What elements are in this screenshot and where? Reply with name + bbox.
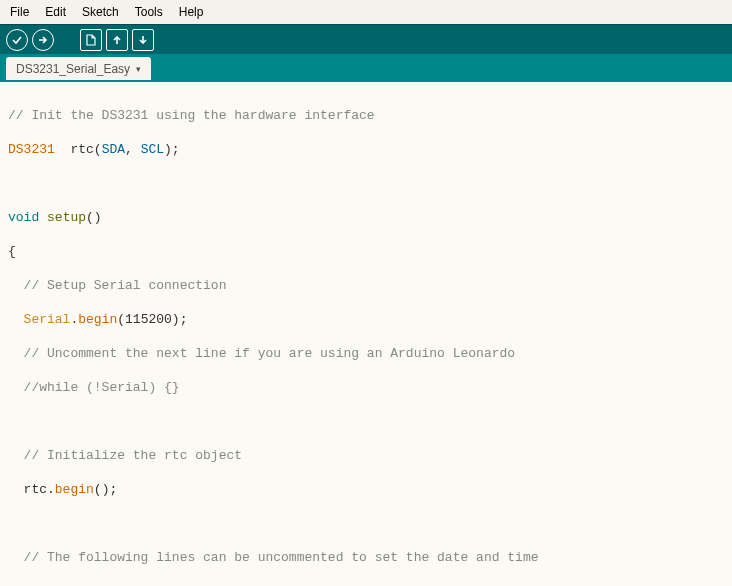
menu-file[interactable]: File (4, 3, 35, 21)
menubar: File Edit Sketch Tools Help (0, 0, 732, 24)
code-line (8, 413, 724, 430)
check-icon (11, 34, 23, 46)
new-button[interactable] (80, 29, 102, 51)
code-line: // Init the DS3231 using the hardware in… (8, 107, 724, 124)
code-line: // Setup Serial connection (8, 277, 724, 294)
code-line: void setup() (8, 209, 724, 226)
tab-active[interactable]: DS3231_Serial_Easy ▾ (6, 57, 151, 80)
tab-label: DS3231_Serial_Easy (16, 62, 130, 76)
code-line: // Initialize the rtc object (8, 447, 724, 464)
file-icon (86, 34, 96, 46)
code-line: DS3231 rtc(SDA, SCL); (8, 141, 724, 158)
code-line: rtc.begin(); (8, 481, 724, 498)
toolbar (0, 24, 732, 54)
code-line (8, 515, 724, 532)
code-line: Serial.begin(115200); (8, 311, 724, 328)
menu-sketch[interactable]: Sketch (76, 3, 125, 21)
code-editor[interactable]: // Init the DS3231 using the hardware in… (0, 82, 732, 586)
arrow-right-icon (37, 34, 49, 46)
code-line (8, 175, 724, 192)
upload-button[interactable] (32, 29, 54, 51)
code-line: //while (!Serial) {} (8, 379, 724, 396)
code-line: { (8, 243, 724, 260)
arrow-up-icon (111, 34, 123, 46)
code-line: // Uncomment the next line if you are us… (8, 345, 724, 362)
arrow-down-icon (137, 34, 149, 46)
tab-strip: DS3231_Serial_Easy ▾ (0, 54, 732, 80)
menu-edit[interactable]: Edit (39, 3, 72, 21)
menu-tools[interactable]: Tools (129, 3, 169, 21)
code-line: // The following lines can be uncommente… (8, 549, 724, 566)
menu-help[interactable]: Help (173, 3, 210, 21)
tab-dropdown-icon[interactable]: ▾ (136, 64, 141, 74)
open-button[interactable] (106, 29, 128, 51)
verify-button[interactable] (6, 29, 28, 51)
save-button[interactable] (132, 29, 154, 51)
